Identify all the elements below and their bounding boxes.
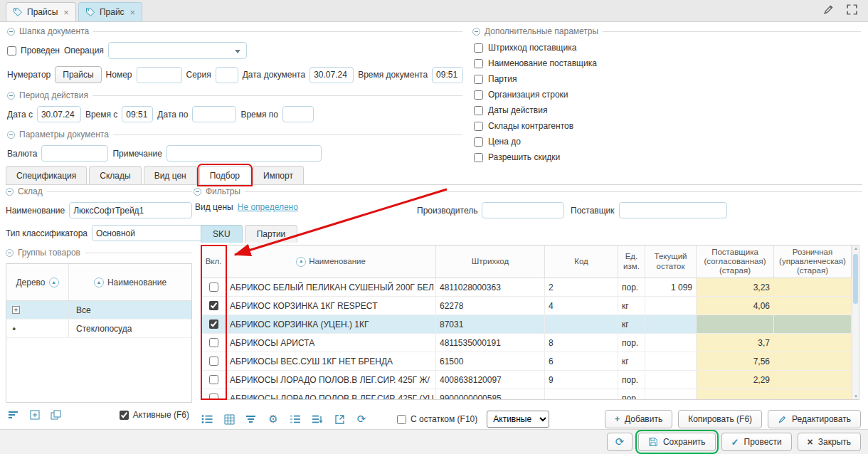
row-include-checkbox[interactable] bbox=[209, 283, 218, 292]
grid-view-icon[interactable] bbox=[223, 413, 235, 426]
copy-button[interactable]: Копировать (F6) bbox=[678, 410, 762, 428]
maximize-icon[interactable] bbox=[846, 4, 858, 16]
collapse-icon[interactable] bbox=[7, 131, 15, 139]
include-cell[interactable] bbox=[201, 297, 226, 315]
additional-param-7[interactable]: Разрешить скидки bbox=[474, 152, 861, 162]
list-view-icon[interactable] bbox=[201, 413, 213, 426]
number-input[interactable] bbox=[137, 67, 182, 83]
groups-column-tree[interactable]: Дерево▲ bbox=[6, 264, 69, 300]
table-row[interactable]: АБРИКОС КОРЗИНКА (УЦЕН.) 1КГ87031кг bbox=[201, 315, 852, 334]
checkbox[interactable] bbox=[474, 153, 483, 162]
row-include-checkbox[interactable] bbox=[209, 320, 218, 329]
checkbox[interactable] bbox=[474, 90, 483, 100]
scrollbar-thumb[interactable] bbox=[853, 254, 858, 304]
row-include-checkbox[interactable] bbox=[209, 394, 218, 400]
checkbox[interactable] bbox=[474, 75, 483, 84]
doc-tab-5[interactable]: Импорт bbox=[253, 166, 304, 184]
doc-time-input[interactable] bbox=[432, 67, 463, 83]
numerator-button[interactable]: Прайсы bbox=[55, 66, 101, 83]
edit-button[interactable]: Редактировать bbox=[768, 410, 861, 428]
column-header-1[interactable]: Вкл. bbox=[201, 246, 226, 278]
active-groups-checkbox[interactable]: Активные (F6) bbox=[120, 410, 189, 420]
tab-sku[interactable]: SKU bbox=[201, 225, 243, 243]
warehouse-name-input[interactable] bbox=[69, 202, 192, 218]
currency-input[interactable] bbox=[41, 145, 108, 162]
doc-date-input[interactable] bbox=[309, 67, 354, 83]
collapse-icon[interactable] bbox=[6, 188, 14, 196]
refresh-button[interactable]: ⟳ bbox=[607, 433, 633, 451]
include-cell[interactable] bbox=[201, 315, 226, 333]
expand-group-icon[interactable] bbox=[28, 408, 41, 421]
note-input[interactable] bbox=[166, 145, 322, 162]
table-row[interactable]: АБРИКОС БЕЛЫЙ ПЕЛИКАН СУШЕНЫЙ 200Г БЕЛ48… bbox=[201, 278, 852, 297]
post-button[interactable]: ✓Провести bbox=[721, 433, 792, 451]
additional-param-3[interactable]: Организация строки bbox=[474, 90, 861, 100]
row-include-checkbox[interactable] bbox=[209, 357, 218, 366]
collapse-icon[interactable] bbox=[6, 249, 14, 257]
checkbox[interactable] bbox=[474, 59, 483, 68]
column-header-2[interactable]: ▲Наименование bbox=[226, 246, 436, 278]
scrollbar[interactable]: ▲ ▼ bbox=[852, 246, 859, 399]
sort-list-icon[interactable] bbox=[311, 413, 324, 426]
collapse-icon[interactable] bbox=[7, 92, 15, 100]
groups-column-name[interactable]: ▲Наименование bbox=[69, 264, 191, 300]
window-tab-pricelist[interactable]: Прайс × bbox=[78, 2, 142, 21]
operation-select[interactable] bbox=[108, 42, 247, 59]
additional-param-4[interactable]: Даты действия bbox=[474, 105, 861, 115]
doc-tab-1[interactable]: Спецификация bbox=[6, 166, 87, 184]
additional-param-5[interactable]: Склады контрагентов bbox=[474, 121, 861, 131]
additional-param-6[interactable]: Цена до bbox=[474, 137, 861, 147]
scroll-up-icon[interactable]: ▲ bbox=[852, 246, 859, 250]
column-header-8[interactable]: Розничная (управленческая) (старая) bbox=[774, 246, 852, 278]
expand-icon[interactable]: + bbox=[12, 306, 20, 314]
close-icon[interactable]: × bbox=[130, 7, 136, 18]
supplier-input[interactable] bbox=[619, 202, 727, 218]
sort-icon[interactable]: ▲ bbox=[296, 257, 306, 267]
row-include-checkbox[interactable] bbox=[209, 375, 218, 384]
additional-param-0[interactable]: Штрихкод поставщика bbox=[474, 43, 861, 53]
sort-icon[interactable]: ▲ bbox=[94, 278, 104, 287]
copy-group-icon[interactable] bbox=[50, 408, 63, 421]
time-to-input[interactable] bbox=[282, 106, 314, 122]
active-groups-checkbox-input[interactable] bbox=[120, 411, 129, 420]
manufacturer-input[interactable] bbox=[482, 202, 564, 218]
doc-tab-4[interactable]: Подбор bbox=[199, 166, 250, 184]
classifier-input[interactable] bbox=[92, 225, 211, 241]
group-row[interactable]: ●Стеклопосуда bbox=[6, 320, 191, 338]
group-row[interactable]: +Все bbox=[6, 301, 191, 320]
collapse-icon[interactable] bbox=[472, 28, 480, 36]
save-button[interactable]: Сохранить bbox=[638, 433, 716, 451]
table-row[interactable]: АБРИКОСЫ ЛОРАДО ПОЛОВ.В ЛЕГ.СИР. 425Г Ж/… bbox=[201, 371, 852, 389]
doc-tab-2[interactable]: Склады bbox=[89, 166, 141, 184]
table-row[interactable]: АБРИКОСЫ АРИСТА48115350001918пор.3,7 bbox=[201, 334, 852, 352]
scroll-down-icon[interactable]: ▼ bbox=[852, 394, 859, 398]
numbered-list-icon[interactable] bbox=[289, 413, 302, 426]
column-header-7[interactable]: Поставщика (согласованная) (старая) bbox=[697, 246, 774, 278]
with-stock-checkbox-input[interactable] bbox=[397, 415, 406, 424]
additional-param-2[interactable]: Партия bbox=[474, 74, 861, 84]
sort-icon[interactable]: ▲ bbox=[49, 278, 59, 287]
column-header-4[interactable]: Код bbox=[545, 246, 618, 278]
add-button[interactable]: +Добавить bbox=[605, 410, 672, 428]
series-input[interactable] bbox=[216, 67, 238, 83]
time-from-input[interactable] bbox=[122, 106, 153, 122]
date-to-input[interactable] bbox=[192, 106, 236, 122]
window-tab-pricelists[interactable]: Прайсы × bbox=[6, 2, 76, 21]
tab-партии[interactable]: Партии bbox=[245, 225, 298, 243]
with-stock-checkbox[interactable]: С остатком (F10) bbox=[397, 414, 477, 424]
posted-checkbox[interactable]: Проведен bbox=[7, 46, 60, 56]
refresh-list-icon[interactable]: ⟳ bbox=[355, 413, 368, 426]
date-from-input[interactable] bbox=[37, 106, 81, 122]
include-cell[interactable] bbox=[201, 352, 226, 370]
table-row[interactable]: АБРИКОСЫ ЛОРАДО ПОЛОВ.В ЛЕГ.СИР. 425Г (У… bbox=[201, 389, 852, 400]
checkbox[interactable] bbox=[474, 106, 483, 115]
column-header-5[interactable]: Ед. изм. bbox=[618, 246, 645, 278]
edit-pencil-icon[interactable] bbox=[822, 4, 835, 16]
include-cell[interactable] bbox=[201, 389, 226, 400]
row-include-checkbox[interactable] bbox=[209, 301, 218, 310]
posted-checkbox-input[interactable] bbox=[7, 46, 16, 56]
additional-param-1[interactable]: Наименование поставщика bbox=[474, 58, 861, 68]
filter-icon[interactable] bbox=[245, 413, 258, 426]
row-include-checkbox[interactable] bbox=[209, 338, 218, 347]
include-cell[interactable] bbox=[201, 334, 226, 352]
